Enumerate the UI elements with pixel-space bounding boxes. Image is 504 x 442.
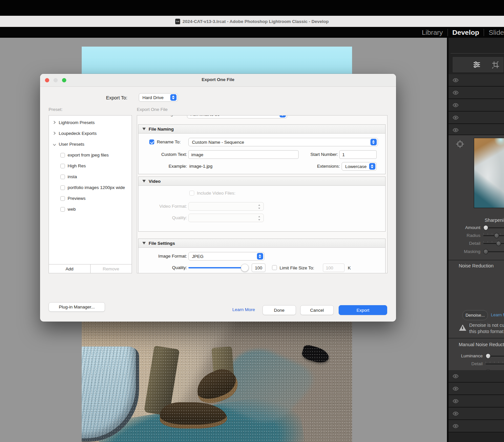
eye-icon[interactable]	[452, 102, 459, 108]
preset-checkbox[interactable]	[60, 175, 65, 179]
module-develop[interactable]: Develop	[452, 29, 479, 36]
preset-checkbox[interactable]	[60, 164, 65, 168]
eye-icon[interactable]	[452, 423, 459, 429]
remove-preset-button[interactable]: Remove	[90, 264, 132, 273]
preset-checkbox[interactable]	[60, 207, 65, 212]
slider-thumb[interactable]	[486, 353, 491, 359]
rename-template-dropdown[interactable]: Custom Name - Sequence	[188, 138, 378, 146]
limit-file-size-checkbox[interactable]	[272, 265, 277, 270]
detail-tool-strip	[452, 56, 504, 73]
preset-checkbox[interactable]	[60, 196, 65, 201]
chevron-right-icon[interactable]	[53, 132, 56, 135]
eye-icon[interactable]	[452, 77, 459, 83]
slider-thumb[interactable]	[494, 233, 499, 238]
preset-item[interactable]: insta	[49, 172, 132, 182]
quality-label: Quality:	[138, 265, 187, 270]
eye-icon[interactable]	[452, 90, 459, 96]
quality-slider-thumb[interactable]	[241, 264, 249, 272]
collapsed-panel-row[interactable]	[449, 87, 504, 99]
preset-group-lightroom[interactable]: Lightroom Presets	[49, 117, 132, 128]
export-settings-scroll[interactable]: Existing Files: Ask what to do File Nami…	[137, 115, 388, 273]
video-format-dropdown[interactable]	[188, 202, 264, 211]
adjustment-sliders-icon[interactable]	[473, 61, 481, 69]
window-title: 2024-CAT-v13-3.lrcat - Adobe Photoshop L…	[182, 19, 329, 24]
preset-checkbox[interactable]	[60, 185, 65, 190]
collapsed-panel-row[interactable]	[449, 408, 504, 420]
collapsed-panel-row[interactable]	[449, 395, 504, 408]
module-picker: Library Develop Slide	[0, 27, 504, 38]
quality-slider-track[interactable]	[188, 267, 247, 268]
limit-file-size-input[interactable]	[323, 263, 345, 272]
custom-text-label: Custom Text:	[138, 152, 187, 157]
example-value: image-1.jpg	[189, 164, 213, 169]
preset-item[interactable]: portfolio images 1200px wide	[49, 182, 132, 193]
slider-thumb[interactable]	[496, 241, 501, 246]
cancel-button[interactable]: Cancel	[300, 305, 334, 315]
file-settings-header[interactable]: File Settings	[138, 239, 385, 248]
learn-more-link[interactable]: Learn More	[232, 307, 255, 312]
stepper-icon	[170, 94, 177, 101]
photo-sky	[82, 47, 352, 75]
export-to-dropdown[interactable]: Hard Drive	[139, 93, 178, 102]
preset-item[interactable]: Previews	[49, 193, 132, 204]
video-format-label: Video Format:	[138, 204, 187, 209]
collapsed-panel-row[interactable]	[449, 112, 504, 124]
existing-files-dropdown[interactable]: Ask what to do	[187, 115, 287, 118]
export-dialog: Export One File Export To: Hard Drive Pr…	[40, 74, 396, 322]
preset-checkbox[interactable]	[60, 153, 65, 158]
eye-icon[interactable]	[452, 373, 459, 379]
add-preset-button[interactable]: Add	[49, 264, 90, 273]
collapsed-panel-row[interactable]	[449, 420, 504, 432]
slider-thumb[interactable]	[483, 249, 488, 254]
module-slideshow[interactable]: Slide	[489, 29, 504, 36]
crop-icon[interactable]	[492, 61, 499, 69]
eye-icon[interactable]	[452, 410, 459, 417]
slider-track[interactable]	[486, 364, 504, 365]
preset-item[interactable]: export from jpeg files	[49, 150, 132, 161]
preset-group-loupedeck[interactable]: Loupedeck Exports	[49, 128, 132, 139]
custom-text-input[interactable]	[188, 150, 299, 159]
extensions-dropdown[interactable]: Lowercase	[342, 162, 377, 171]
rename-to-checkbox[interactable]	[149, 139, 154, 144]
video-quality-dropdown[interactable]	[188, 214, 264, 222]
plugin-manager-button[interactable]: Plug-in Manager...	[49, 302, 105, 312]
triangle-down-icon	[142, 242, 146, 244]
include-video-label: Include Video Files:	[197, 191, 236, 196]
slider-track[interactable]	[483, 235, 504, 236]
eye-icon[interactable]	[452, 386, 459, 392]
include-video-checkbox[interactable]	[189, 191, 194, 196]
slider-row: Detail	[449, 360, 504, 368]
eye-icon[interactable]	[452, 127, 459, 133]
quality-value-box[interactable]: 100	[252, 263, 265, 272]
chevron-down-icon[interactable]	[53, 143, 56, 146]
file-naming-header[interactable]: File Naming	[138, 125, 385, 134]
preset-group-user[interactable]: User Presets	[49, 139, 132, 150]
preset-item[interactable]: web	[49, 204, 132, 215]
crosshair-icon[interactable]	[456, 140, 464, 148]
denoise-learn-more-link[interactable]: Learn More	[491, 312, 504, 317]
lrcat-file-icon: Lrc	[175, 19, 180, 24]
limit-file-size-label: Limit File Size To:	[280, 265, 314, 270]
eye-icon[interactable]	[452, 115, 459, 121]
preset-item[interactable]: High Res	[49, 161, 132, 172]
stepper-icon	[369, 163, 375, 170]
denoise-button[interactable]: Denoise...	[462, 310, 488, 320]
start-number-input[interactable]	[339, 150, 377, 159]
detail-preview-thumbnail[interactable]	[474, 138, 504, 208]
collapsed-panel-row[interactable]	[449, 383, 504, 395]
slider-thumb[interactable]	[483, 225, 488, 230]
image-format-dropdown[interactable]: JPEG	[188, 252, 264, 261]
module-library[interactable]: Library	[422, 29, 443, 36]
collapsed-panel-row[interactable]	[449, 99, 504, 112]
triangle-down-icon	[142, 180, 146, 182]
collapsed-panel-row[interactable]	[449, 74, 504, 87]
chevron-right-icon[interactable]	[53, 121, 56, 124]
export-button[interactable]: Export	[339, 305, 387, 315]
video-header[interactable]: Video	[138, 177, 385, 186]
macos-title-bar: Lrc 2024-CAT-v13-3.lrcat - Adobe Photosh…	[0, 16, 504, 27]
sharpening-title: Sharpening	[485, 218, 504, 223]
slider-row: Masking	[449, 248, 504, 255]
done-button[interactable]: Done	[262, 305, 296, 315]
collapsed-panel-row[interactable]	[449, 370, 504, 383]
eye-icon[interactable]	[452, 398, 459, 404]
